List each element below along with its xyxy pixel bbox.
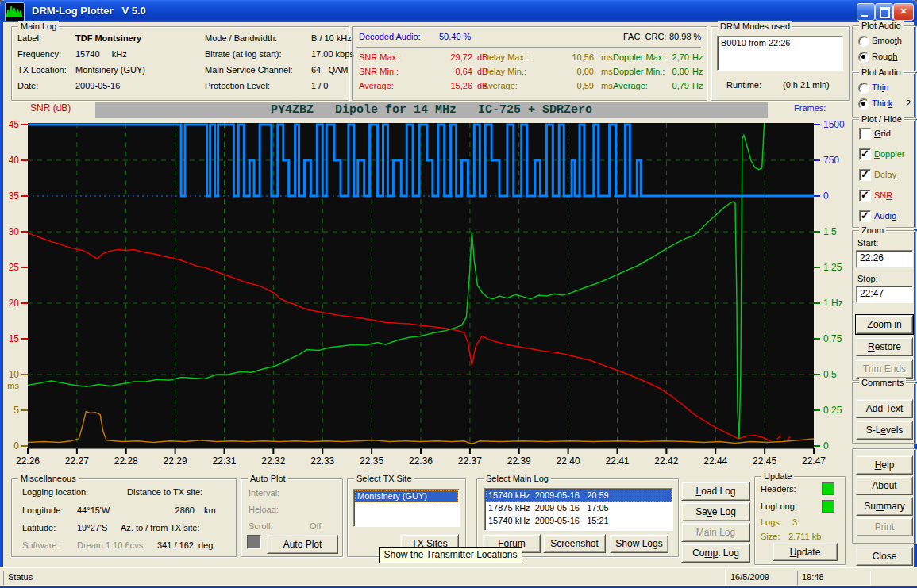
svg-text:1500: 1500: [823, 119, 845, 130]
plot-audio1-group: Plot Audio: [852, 25, 916, 71]
bitrate-caption: Bitrate (at log start):: [205, 49, 282, 60]
delay-avg-value: 0,59: [554, 81, 594, 91]
doppler-avg-unit: Hz: [692, 81, 703, 91]
reload-caption: Heload:: [249, 505, 279, 515]
software-value: Dream 1.10.6cvs: [77, 540, 143, 551]
svg-text:5: 5: [13, 405, 19, 416]
about-button[interactable]: About: [856, 476, 913, 495]
logs-caption: Logs:: [761, 517, 782, 528]
plot-audio2-title: Plot Audio: [859, 67, 904, 77]
svg-text:45: 45: [9, 119, 20, 130]
size-caption: Size:: [761, 532, 780, 542]
svg-text:22:26: 22:26: [16, 455, 40, 467]
auto-plot-button[interactable]: Auto Plot: [267, 535, 338, 554]
doppler-avg-caption: Average:: [613, 81, 648, 91]
scroll-caption: Scroll:: [249, 521, 273, 532]
longitude-caption: Longitude:: [22, 505, 63, 516]
main-log-listbox[interactable]: 15740 kHz 2009-05-16 20:59 17875 kHz 200…: [484, 488, 673, 531]
smooth-radio-label[interactable]: Smooth: [872, 36, 902, 46]
tx-site-item[interactable]: Montsinery (GUY): [355, 490, 458, 502]
rough-radio-label[interactable]: Rough: [872, 52, 897, 62]
doppler-max-value: 2,70: [665, 52, 689, 63]
svg-text:ms: ms: [7, 381, 19, 390]
svg-text:22:41: 22:41: [605, 455, 629, 467]
size-value: 2.711 kb: [788, 532, 821, 542]
drm-modes-listbox[interactable]: B0010 from 22:26: [717, 36, 843, 71]
misc-group-title: Miscellaneous: [18, 474, 79, 483]
doppler-max-caption: Doppler Max.:: [613, 52, 667, 63]
date-value: 2009-05-16: [75, 81, 120, 91]
update-group-title: Update: [761, 471, 794, 481]
svg-text:1.5: 1.5: [823, 226, 837, 237]
mode-caption: Mode / Bandwidth:: [205, 33, 277, 44]
app-window: DRM-Log Plotter V 5.0 ✕ Main Log Label: …: [0, 0, 917, 588]
snr-max-value: 29,72: [429, 52, 472, 63]
minimize-icon: [861, 15, 868, 17]
svg-text:22:39: 22:39: [507, 455, 531, 467]
interval-caption: Interval:: [249, 488, 279, 498]
drm-mode-item[interactable]: B0010 from 22:26: [719, 37, 842, 49]
decoded-audio-value: 50,40 %: [439, 32, 471, 42]
comp-log-button[interactable]: Comp. Log: [681, 544, 750, 563]
svg-text:22:28: 22:28: [114, 455, 138, 467]
doppler-avg-value: 0,79: [665, 81, 689, 91]
date-caption: Date:: [17, 81, 38, 91]
svg-text:22:40: 22:40: [557, 455, 580, 467]
headers-caption: Headers:: [761, 484, 796, 494]
thin-radio-label[interactable]: Thin: [872, 83, 888, 93]
auto-plot-indicator[interactable]: [247, 535, 261, 549]
summary-button[interactable]: Summary: [856, 497, 913, 516]
status-text: Status: [3, 571, 726, 586]
close-button[interactable]: Close: [856, 547, 913, 566]
load-log-button[interactable]: Load Log: [681, 482, 750, 501]
screenshot-button[interactable]: Screenshot: [543, 534, 606, 553]
status-date: 16/5/2009: [726, 571, 796, 586]
doppler-min-unit: Hz: [692, 67, 703, 77]
headers-indicator: [822, 482, 834, 495]
azimuth-value: 341 / 162 deg.: [157, 540, 215, 551]
svg-text:0: 0: [823, 440, 829, 452]
svg-text:22:37: 22:37: [458, 455, 482, 467]
protection-value: 1 / 0: [311, 81, 328, 91]
close-icon[interactable]: ✕: [893, 3, 914, 21]
tx-site-listbox[interactable]: Montsinery (GUY): [353, 489, 460, 527]
tx-location-caption: TX Location:: [17, 65, 67, 75]
frequency-caption: Frequency:: [17, 49, 61, 60]
maximize-button[interactable]: [875, 3, 893, 21]
label-value: TDF Montsinery: [75, 33, 141, 44]
print-button[interactable]: Print: [856, 517, 913, 536]
label-caption: Label:: [17, 33, 41, 44]
smooth-radio[interactable]: [858, 36, 869, 47]
main-log-button[interactable]: Main Log: [681, 523, 750, 542]
bitrate-value: 17.00 kbps: [311, 49, 354, 60]
svg-text:20: 20: [9, 298, 20, 309]
distance-unit: km: [204, 505, 216, 516]
msc-caption: Main Service Channel:: [205, 65, 293, 75]
main-log-item[interactable]: 15740 kHz 2009-05-16 20:59: [486, 490, 672, 502]
main-log-select-group-title: Select Main Log: [484, 474, 551, 483]
plot-canvas[interactable]: 22:2622:2722:2822:2922:3122:3222:3322:35…: [0, 99, 917, 476]
save-log-button[interactable]: Save Log: [681, 502, 750, 521]
minimize-button[interactable]: [857, 3, 875, 21]
stats-separator: [356, 47, 701, 48]
svg-text:15: 15: [9, 333, 20, 344]
delay-min-caption: Delay Min.:: [483, 67, 526, 77]
show-logs-button[interactable]: Show Logs: [610, 534, 668, 553]
title-bar[interactable]: DRM-Log Plotter V 5.0 ✕: [0, 0, 917, 22]
delay-min-unit: ms: [601, 67, 613, 77]
latitude-value: 19°27'S: [77, 523, 107, 533]
main-log-group-title: Main Log: [18, 21, 59, 31]
rough-radio[interactable]: [858, 52, 869, 63]
update-button[interactable]: Update: [773, 543, 838, 561]
thin-radio[interactable]: [858, 83, 869, 94]
plot-audio1-title: Plot Audio: [859, 21, 904, 30]
svg-text:0.75: 0.75: [823, 333, 842, 344]
svg-text:35: 35: [9, 190, 20, 202]
decoded-audio-caption: Decoded Audio:: [359, 32, 421, 42]
software-caption: Software:: [22, 540, 59, 551]
main-log-item[interactable]: 17875 kHz 2009-05-16 17:05: [486, 502, 672, 514]
svg-text:0: 0: [13, 440, 19, 452]
svg-text:22:29: 22:29: [164, 455, 187, 467]
main-log-item[interactable]: 15740 kHz 2009-05-16 15:21: [486, 515, 672, 527]
maximize-icon: [880, 7, 890, 18]
